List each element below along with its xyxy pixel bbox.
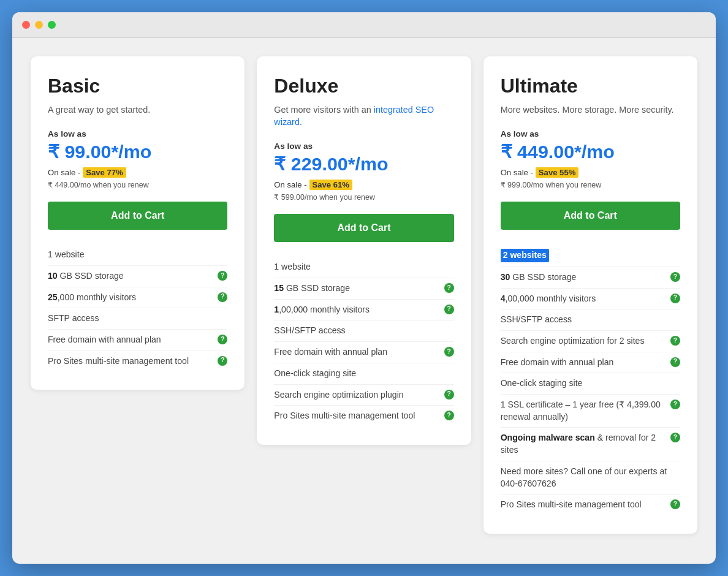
help-icon[interactable]: ? [670,272,680,282]
plan-price: ₹ 449.00*/mo [501,141,680,162]
feature-item: Free domain with annual plan ? [48,329,227,351]
feature-item: SFTP access [48,308,227,329]
app-window: BasicA great way to get started.As low a… [12,12,716,564]
feature-item: Search engine optimization for 2 sites ? [501,330,680,352]
plan-description: A great way to get started. [48,104,227,116]
help-icon[interactable]: ? [670,294,680,303]
feature-item: Search engine optimization plugin ? [274,384,453,406]
add-to-cart-button[interactable]: Add to Cart [48,202,227,230]
help-icon[interactable]: ? [670,433,680,442]
plans-container: BasicA great way to get started.As low a… [12,38,716,552]
feature-item: 2 websites [501,244,680,267]
renew-price: ₹ 449.00/mo when you renew [48,180,227,189]
plan-card-ultimate: UltimateMore websites. More storage. Mor… [483,56,697,534]
feature-item: 25,000 monthly visitors ? [48,287,227,308]
plan-card-basic: BasicA great way to get started.As low a… [31,56,245,390]
add-to-cart-button[interactable]: Add to Cart [274,214,453,242]
plan-name: Ultimate [501,75,680,97]
as-low-as-label: As low as [48,129,227,138]
save-badge: Save 55% [536,167,579,178]
highlighted-feature: 2 websites [501,249,549,262]
save-badge: Save 61% [309,180,353,190]
plan-description: More websites. More storage. More securi… [501,104,680,116]
plan-price: ₹ 99.00*/mo [48,141,227,162]
feature-item: Ongoing malware scan & removal for 2 sit… [501,427,680,460]
feature-item: 1,00,000 monthly visitors ? [274,299,453,320]
help-icon[interactable]: ? [444,305,454,314]
as-low-as-label: As low as [274,142,453,151]
feature-item: Need more sites? Call one of our experts… [501,461,680,494]
minimize-button[interactable] [35,21,43,29]
help-icon[interactable]: ? [670,400,680,409]
sale-label: On sale - [501,168,533,177]
sale-line: On sale - Save 61% [274,180,453,190]
plan-name: Deluxe [274,75,453,97]
close-button[interactable] [22,21,30,29]
plan-price: ₹ 229.00*/mo [274,153,453,175]
sale-label: On sale - [274,180,306,189]
feature-item: Free domain with annual plan ? [274,341,453,363]
feature-item: SSH/SFTP access [274,320,453,341]
help-icon[interactable]: ? [444,283,454,293]
feature-item: 30 GB SSD storage ? [501,267,680,288]
help-icon[interactable]: ? [444,390,454,400]
feature-item: Free domain with annual plan ? [501,352,680,373]
as-low-as-label: As low as [501,129,680,138]
feature-item: One-click staging site [274,363,453,384]
renew-price: ₹ 999.00/mo when you renew [501,180,680,189]
feature-item: 1 website [48,244,227,265]
help-icon[interactable]: ? [670,357,680,367]
features-list: 1 website15 GB SSD storage ?1,00,000 mon… [274,257,453,426]
plan-description: Get more visitors with an integrated SEO… [274,104,453,128]
feature-item: SSH/SFTP access [501,309,680,330]
help-icon[interactable]: ? [670,499,680,509]
feature-item: 1 website [274,257,453,278]
help-icon[interactable]: ? [218,335,227,344]
feature-item: 15 GB SSD storage ? [274,278,453,299]
renew-price: ₹ 599.00/mo when you renew [274,192,453,202]
help-icon[interactable]: ? [218,356,227,366]
feature-item: 1 SSL certificate – 1 year free (₹ 4,399… [501,394,680,427]
features-list: 2 websites30 GB SSD storage ?4,00,000 mo… [501,244,680,515]
help-icon[interactable]: ? [444,411,454,420]
plan-card-deluxe: DeluxeGet more visitors with an integrat… [257,56,471,445]
sale-line: On sale - Save 77% [48,167,227,178]
feature-item: 4,00,000 monthly visitors ? [501,288,680,309]
sale-label: On sale - [48,168,80,177]
help-icon[interactable]: ? [218,292,227,302]
feature-item: 10 GB SSD storage ? [48,265,227,287]
sale-line: On sale - Save 55% [501,167,680,178]
feature-item: Pro Sites multi-site management tool ? [501,494,680,515]
feature-item: Pro Sites multi-site management tool ? [48,351,227,372]
feature-item: One-click staging site [501,373,680,394]
features-list: 1 website10 GB SSD storage ?25,000 month… [48,244,227,371]
help-icon[interactable]: ? [670,336,680,346]
fullscreen-button[interactable] [48,21,56,29]
help-icon[interactable]: ? [444,347,454,357]
plan-name: Basic [48,75,227,97]
feature-item: Pro Sites multi-site management tool ? [274,405,453,426]
title-bar [12,12,716,38]
add-to-cart-button[interactable]: Add to Cart [501,202,680,230]
help-icon[interactable]: ? [218,271,227,281]
save-badge: Save 77% [83,167,126,178]
